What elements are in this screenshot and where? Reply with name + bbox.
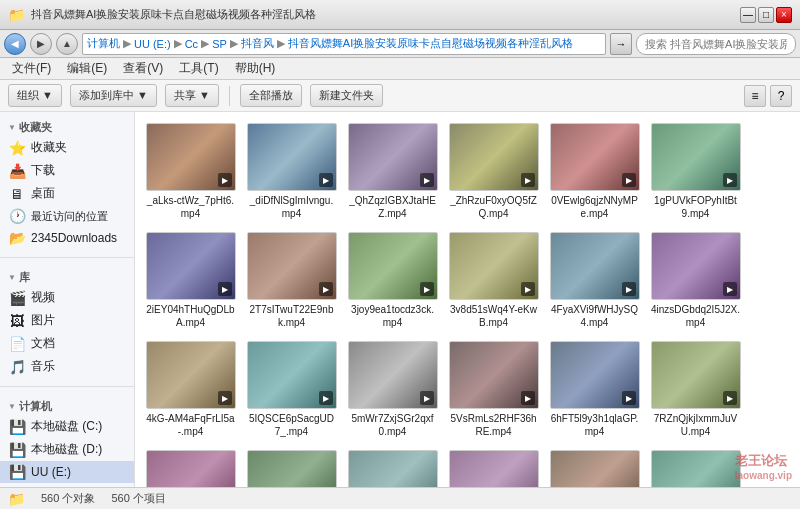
file-item[interactable]: ▶0VEwlg6qjzNNyMPe.mp4 — [547, 120, 642, 223]
file-name: 4inzsDGbdq2I5J2X.mp4 — [651, 303, 740, 329]
address-box[interactable]: 计算机 ▶ UU (E:) ▶ Cc ▶ SP ▶ 抖音风 ▶ 抖音风嫖舞AI换… — [82, 33, 606, 55]
organize-label: 组织 ▼ — [17, 88, 53, 103]
file-item[interactable]: ▶8QYIjzQh1cBBf1u0.mp4 — [244, 447, 339, 487]
add-to-library-label: 添加到库中 ▼ — [79, 88, 148, 103]
file-item[interactable]: ▶_aLks-ctWz_7pHt6.mp4 — [143, 120, 238, 223]
file-item[interactable]: ▶3v8d51sWq4Y-eKwB.mp4 — [446, 229, 541, 332]
sidebar-item-desktop[interactable]: 🖥 桌面 — [0, 182, 134, 205]
folder-icon: 📂 — [8, 230, 26, 246]
path-item-computer[interactable]: 计算机 — [87, 36, 120, 51]
close-button[interactable]: × — [776, 7, 792, 23]
title-bar-left: 📁 抖音风嫖舞AI换脸安装原味卡点自慰磁场视频各种淫乱风格 — [8, 7, 316, 23]
title-text: 抖音风嫖舞AI换脸安装原味卡点自慰磁场视频各种淫乱风格 — [31, 7, 316, 22]
sidebar-item-drive-c[interactable]: 💾 本地磁盘 (C:) — [0, 415, 134, 438]
sidebar-library-header[interactable]: ▼ 库 — [0, 266, 134, 286]
file-item[interactable]: ▶8EPpig7c78jqd4rF.mp4 — [143, 447, 238, 487]
file-name: 4FyaXVi9fWHJySQ4.mp4 — [550, 303, 639, 329]
new-folder-button[interactable]: 新建文件夹 — [310, 84, 383, 107]
path-item-douyin[interactable]: 抖音风 — [241, 36, 274, 51]
file-item[interactable]: ▶5mWr7ZxjSGr2qxf0.mp4 — [345, 338, 440, 441]
toolbar: 组织 ▼ 添加到库中 ▼ 共享 ▼ 全部播放 新建文件夹 ≡ ? — [0, 80, 800, 112]
organize-button[interactable]: 组织 ▼ — [8, 84, 62, 107]
menu-bar: 文件(F) 编辑(E) 查看(V) 工具(T) 帮助(H) — [0, 58, 800, 80]
path-item-current[interactable]: 抖音风嫖舞AI换脸安装原味卡点自慰磁场视频各种淫乱风格 — [288, 36, 573, 51]
sidebar-item-videos[interactable]: 🎬 视频 — [0, 286, 134, 309]
drive-e-icon: 💾 — [8, 464, 26, 480]
file-name: 5VsRmLs2RHF36hRE.mp4 — [449, 412, 538, 438]
drive-c-icon: 💾 — [8, 419, 26, 435]
file-name: _ZhRzuF0xyOQ5fZQ.mp4 — [449, 194, 538, 220]
sidebar-computer-header[interactable]: ▼ 计算机 — [0, 395, 134, 415]
file-name: 6hFT5l9y3h1qlaGP.mp4 — [550, 412, 639, 438]
file-name: 7RZnQjkjIxmmJuVU.mp4 — [651, 412, 740, 438]
address-bar-row: ◀ ▶ ▲ 计算机 ▶ UU (E:) ▶ Cc ▶ SP ▶ 抖音风 ▶ 抖音… — [0, 30, 800, 58]
sidebar-item-downloads[interactable]: 📥 下载 — [0, 159, 134, 182]
sidebar-favorites-header[interactable]: ▼ 收藏夹 — [0, 116, 134, 136]
maximize-button[interactable]: □ — [758, 7, 774, 23]
view-button[interactable]: ≡ — [744, 85, 766, 107]
help-button[interactable]: ? — [770, 85, 792, 107]
file-item[interactable]: ▶4FyaXVi9fWHJySQ4.mp4 — [547, 229, 642, 332]
download-icon: 📥 — [8, 163, 26, 179]
file-name: 2T7sITwuT22E9nbk.mp4 — [247, 303, 336, 329]
file-item[interactable]: ▶5VsRmLs2RHF36hRE.mp4 — [446, 338, 541, 441]
menu-help[interactable]: 帮助(H) — [227, 58, 284, 79]
file-item[interactable]: ▶5IQSCE6pSacgUD7_.mp4 — [244, 338, 339, 441]
menu-edit[interactable]: 编辑(E) — [59, 58, 115, 79]
file-item[interactable]: ▶3joy9ea1tocdz3ck.mp4 — [345, 229, 440, 332]
share-button[interactable]: 共享 ▼ — [165, 84, 219, 107]
window-controls: — □ × — [740, 7, 792, 23]
document-icon: 📄 — [8, 336, 26, 352]
sidebar-item-pictures[interactable]: 🖼 图片 — [0, 309, 134, 332]
address-path: 计算机 ▶ UU (E:) ▶ Cc ▶ SP ▶ 抖音风 ▶ 抖音风嫖舞AI换… — [87, 36, 573, 51]
file-item[interactable]: ▶9G4Bcr2VGYzgHobD.mp4 — [345, 447, 440, 487]
back-button[interactable]: ◀ — [4, 33, 26, 55]
play-all-button[interactable]: 全部播放 — [240, 84, 302, 107]
file-item[interactable]: ▶_ZhRzuF0xyOQ5fZQ.mp4 — [446, 120, 541, 223]
file-item[interactable]: ▶2iEY04hTHuQgDLbA.mp4 — [143, 229, 238, 332]
path-item-cc[interactable]: Cc — [185, 38, 198, 50]
file-name: 0VEwlg6qjzNNyMPe.mp4 — [550, 194, 639, 220]
file-item[interactable]: ▶7RZnQjkjIxmmJuVU.mp4 — [648, 338, 743, 441]
sidebar: ▼ 收藏夹 ⭐ 收藏夹 📥 下载 🖥 桌面 🕐 最近访问的位置 📂 2345 — [0, 112, 135, 487]
sidebar-item-drive-d[interactable]: 💾 本地磁盘 (D:) — [0, 438, 134, 461]
sidebar-item-favorites[interactable]: ⭐ 收藏夹 — [0, 136, 134, 159]
file-item[interactable]: ▶4inzsDGbdq2I5J2X.mp4 — [648, 229, 743, 332]
file-item[interactable]: ▶_QhZqzIGBXJtaHEZ.mp4 — [345, 120, 440, 223]
up-button[interactable]: ▲ — [56, 33, 78, 55]
forward-button[interactable]: ▶ — [30, 33, 52, 55]
refresh-button[interactable]: → — [610, 33, 632, 55]
sidebar-item-drive-e[interactable]: 💾 UU (E:) — [0, 461, 134, 483]
sidebar-item-recent[interactable]: 🕐 最近访问的位置 — [0, 205, 134, 227]
drive-d-icon: 💾 — [8, 442, 26, 458]
file-item[interactable]: ▶13AD4cwEjOrj4yIq.mp4 — [547, 447, 642, 487]
file-name: 1gPUVkFOPyhItBt9.mp4 — [651, 194, 740, 220]
minimize-button[interactable]: — — [740, 7, 756, 23]
desktop-icon: 🖥 — [8, 186, 26, 202]
files-grid: ▶_aLks-ctWz_7pHt6.mp4▶_diDfNlSgImIvngu.m… — [143, 120, 792, 487]
menu-file[interactable]: 文件(F) — [4, 58, 59, 79]
add-to-library-button[interactable]: 添加到库中 ▼ — [70, 84, 157, 107]
sidebar-item-documents[interactable]: 📄 文档 — [0, 332, 134, 355]
status-folder-icon: 📁 — [8, 491, 25, 507]
search-input[interactable] — [636, 33, 796, 55]
sidebar-item-2345downloads[interactable]: 📂 2345Downloads — [0, 227, 134, 249]
file-item[interactable]: ▶2T7sITwuT22E9nbk.mp4 — [244, 229, 339, 332]
file-name: 2iEY04hTHuQgDLbA.mp4 — [146, 303, 235, 329]
sidebar-computer-section: ▼ 计算机 💾 本地磁盘 (C:) 💾 本地磁盘 (D:) 💾 UU (E:) — [0, 391, 134, 487]
toolbar-right: ≡ ? — [744, 85, 792, 107]
path-item-uu[interactable]: UU (E:) — [134, 38, 171, 50]
path-item-sp[interactable]: SP — [212, 38, 227, 50]
file-item[interactable]: ▶_diDfNlSgImIvngu.mp4 — [244, 120, 339, 223]
main-layout: ▼ 收藏夹 ⭐ 收藏夹 📥 下载 🖥 桌面 🕐 最近访问的位置 📂 2345 — [0, 112, 800, 487]
file-item[interactable]: ▶9HQHFgRMKngPAT16.mp4 — [446, 447, 541, 487]
sidebar-library-section: ▼ 库 🎬 视频 🖼 图片 📄 文档 🎵 音乐 — [0, 262, 134, 382]
menu-tools[interactable]: 工具(T) — [171, 58, 226, 79]
file-item[interactable]: ▶4kG-AM4aFqFrLI5a-.mp4 — [143, 338, 238, 441]
file-item[interactable]: ▶52KUjad-IlqcltqC.mp4 — [648, 447, 743, 487]
file-item[interactable]: ▶1gPUVkFOPyhItBt9.mp4 — [648, 120, 743, 223]
sidebar-item-music[interactable]: 🎵 音乐 — [0, 355, 134, 378]
menu-view[interactable]: 查看(V) — [115, 58, 171, 79]
file-item[interactable]: ▶6hFT5l9y3h1qlaGP.mp4 — [547, 338, 642, 441]
status-items: 560 个项目 — [111, 491, 165, 506]
